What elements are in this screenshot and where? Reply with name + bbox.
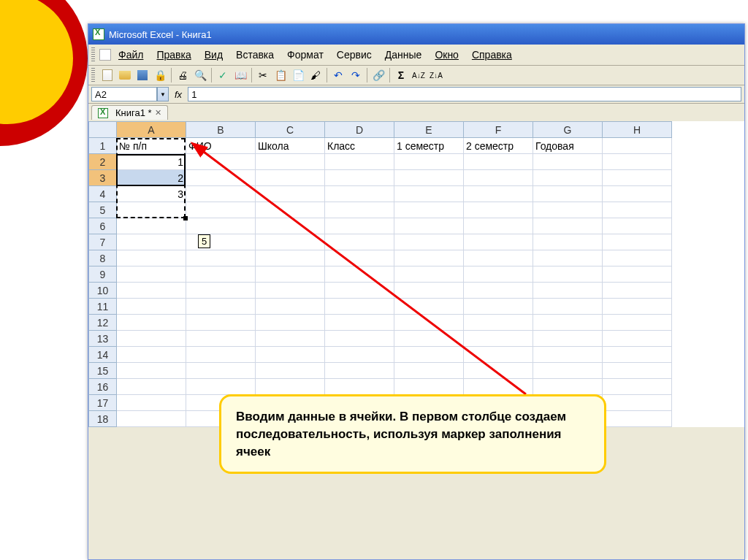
row-head-4[interactable]: 4 xyxy=(89,186,117,202)
excel-icon xyxy=(93,28,104,40)
sort-desc-button[interactable]: Z↓A xyxy=(428,67,444,83)
standard-toolbar: 🔒 🖨 🔍 ✓ 📖 ✂ 📋 📄 🖌 ↶ ↷ 🔗 Σ A↓Z Z↓A xyxy=(88,66,744,85)
name-box-dropdown[interactable]: ▼ xyxy=(157,87,169,101)
copy-button[interactable]: 📋 xyxy=(272,67,289,83)
col-head-F[interactable]: F xyxy=(464,122,533,138)
col-head-C[interactable]: C xyxy=(256,122,325,138)
col-head-D[interactable]: D xyxy=(325,122,394,138)
col-head-E[interactable]: E xyxy=(394,122,464,138)
workbook-icon xyxy=(99,49,111,61)
cell-C1[interactable]: Школа xyxy=(256,138,325,154)
name-box[interactable]: A2 xyxy=(91,87,157,101)
select-all-corner[interactable] xyxy=(89,122,117,138)
format-painter-button[interactable]: 🖌 xyxy=(308,67,324,83)
menu-view[interactable]: Вид xyxy=(199,46,229,64)
fill-tooltip: 5 xyxy=(198,234,210,248)
cell-E1[interactable]: 1 семестр xyxy=(394,138,464,154)
fill-handle[interactable] xyxy=(183,216,188,220)
workbook-tab[interactable]: Книга1 * ✕ xyxy=(91,105,168,120)
cell-F1[interactable]: 2 семестр xyxy=(464,138,533,154)
research-button[interactable]: 📖 xyxy=(232,67,248,83)
workbook-tab-label: Книга1 * xyxy=(115,107,152,118)
sort-asc-button[interactable]: A↓Z xyxy=(411,67,427,83)
new-button[interactable] xyxy=(99,67,115,83)
row-head-16[interactable]: 16 xyxy=(89,379,117,395)
row-head-17[interactable]: 17 xyxy=(89,395,117,411)
row-head-12[interactable]: 12 xyxy=(89,315,117,331)
cell-A1[interactable]: № п/п xyxy=(117,138,186,154)
menu-format[interactable]: Формат xyxy=(281,46,329,64)
excel-icon xyxy=(98,108,108,118)
formula-bar: A2 ▼ fx 1 xyxy=(88,85,744,104)
row-head-13[interactable]: 13 xyxy=(89,331,117,347)
cell-D1[interactable]: Класс xyxy=(325,138,394,154)
title-bar: Microsoft Excel - Книга1 xyxy=(88,24,744,45)
hyperlink-button[interactable]: 🔗 xyxy=(370,67,386,83)
row-head-8[interactable]: 8 xyxy=(89,250,117,266)
fx-icon[interactable]: fx xyxy=(175,89,182,100)
menu-help[interactable]: Справка xyxy=(466,46,518,64)
row-head-15[interactable]: 15 xyxy=(89,363,117,379)
row-head-1[interactable]: 1 xyxy=(89,138,117,154)
formula-input[interactable]: 1 xyxy=(188,87,741,101)
spreadsheet-grid[interactable]: A B C D E F G H 1 № п/п ФИО Школа Класс … xyxy=(88,121,744,427)
col-head-B[interactable]: B xyxy=(186,122,256,138)
cell-A2[interactable]: 1 xyxy=(117,154,186,170)
paste-button[interactable]: 📄 xyxy=(290,67,306,83)
menu-file[interactable]: Файл xyxy=(112,46,149,64)
col-head-H[interactable]: H xyxy=(603,122,672,138)
window-title: Microsoft Excel - Книга1 xyxy=(109,29,212,40)
save-button[interactable] xyxy=(134,67,150,83)
grip-icon xyxy=(91,68,95,83)
row-head-3[interactable]: 3 xyxy=(89,170,117,186)
close-icon[interactable]: ✕ xyxy=(155,108,161,118)
cell-B1[interactable]: ФИО xyxy=(186,138,256,154)
cell-G1[interactable]: Годовая xyxy=(533,138,603,154)
cell-H1[interactable] xyxy=(603,138,672,154)
print-preview-button[interactable]: 🔍 xyxy=(192,67,208,83)
row-head-2[interactable]: 2 xyxy=(89,154,117,170)
menu-bar: Файл Правка Вид Вставка Формат Сервис Да… xyxy=(88,45,744,66)
row-head-11[interactable]: 11 xyxy=(89,299,117,315)
redo-button[interactable]: ↷ xyxy=(348,67,364,83)
cell-B2[interactable] xyxy=(186,154,256,170)
row-head-9[interactable]: 9 xyxy=(89,266,117,283)
menu-edit[interactable]: Правка xyxy=(150,46,196,64)
cell-A3[interactable]: 2 xyxy=(117,170,186,186)
open-button[interactable] xyxy=(117,67,133,83)
row-head-7[interactable]: 7 xyxy=(89,234,117,250)
autosum-button[interactable]: Σ xyxy=(393,67,409,83)
excel-window: Microsoft Excel - Книга1 Файл Правка Вид… xyxy=(88,23,745,560)
col-head-G[interactable]: G xyxy=(533,122,603,138)
workbook-tab-row: Книга1 * ✕ xyxy=(88,104,744,121)
cut-button[interactable]: ✂ xyxy=(255,67,271,83)
cell-A4[interactable]: 3 xyxy=(117,186,186,202)
print-button[interactable]: 🖨 xyxy=(175,67,191,83)
callout-text: Вводим данные в ячейки. В первом столбце… xyxy=(236,410,566,459)
menu-insert[interactable]: Вставка xyxy=(230,46,280,64)
menu-tools[interactable]: Сервис xyxy=(331,46,378,64)
annotation-callout: Вводим данные в ячейки. В первом столбце… xyxy=(219,394,606,474)
menu-window[interactable]: Окно xyxy=(429,46,465,64)
row-head-10[interactable]: 10 xyxy=(89,283,117,299)
row-head-6[interactable]: 6 xyxy=(89,218,117,234)
row-head-18[interactable]: 18 xyxy=(89,411,117,427)
permission-button[interactable]: 🔒 xyxy=(152,67,168,83)
spelling-button[interactable]: ✓ xyxy=(215,67,231,83)
col-head-A[interactable]: A xyxy=(117,122,186,138)
row-head-5[interactable]: 5 xyxy=(89,202,117,218)
menu-data[interactable]: Данные xyxy=(379,46,428,64)
undo-button[interactable]: ↶ xyxy=(330,67,346,83)
grip-icon xyxy=(91,47,95,62)
row-head-14[interactable]: 14 xyxy=(89,347,117,363)
